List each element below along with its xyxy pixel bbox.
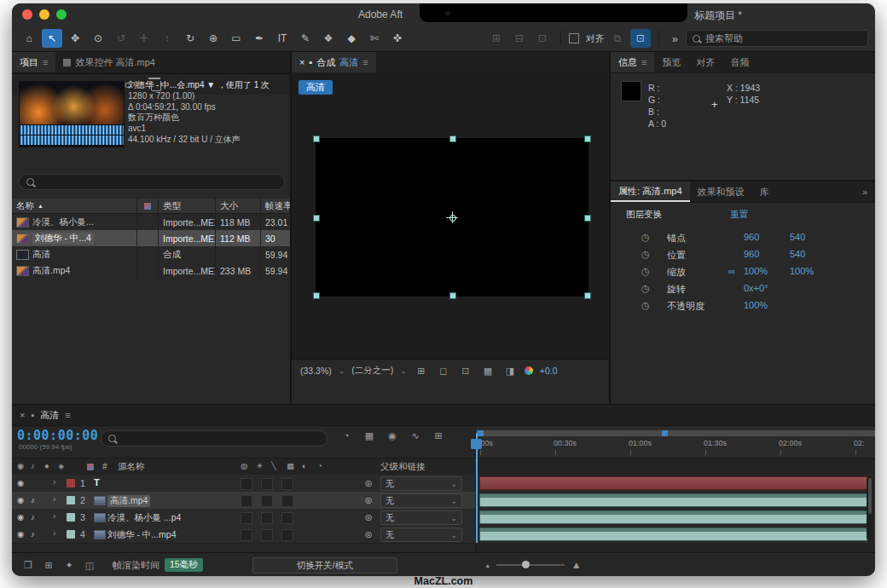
- eye-icon[interactable]: ◉: [17, 478, 24, 487]
- orbit-camera-tool-icon[interactable]: ↺: [111, 29, 131, 48]
- project-search-input[interactable]: [19, 174, 285, 190]
- tab-info[interactable]: 信息 ≡: [611, 52, 654, 72]
- current-time-indicator[interactable]: [476, 433, 478, 543]
- close-tab-icon[interactable]: ×: [299, 57, 304, 67]
- resolution-dropdown[interactable]: (二分之一): [351, 365, 393, 377]
- project-row[interactable]: 高清.mp4 Importe...MEX 233 MB 59.94: [12, 262, 290, 279]
- footage-thumbnail[interactable]: [19, 81, 125, 147]
- composition-marker-icon[interactable]: ❒: [20, 560, 36, 571]
- switch-cell[interactable]: [281, 478, 293, 490]
- column-fps[interactable]: 帧速率: [261, 199, 290, 213]
- layer-track[interactable]: [475, 509, 875, 526]
- panel-menu-icon[interactable]: ≡: [43, 57, 48, 67]
- adaptive-resolution-icon[interactable]: [525, 366, 533, 375]
- zoom-slider[interactable]: [496, 564, 565, 566]
- tab-library[interactable]: 库: [752, 182, 777, 202]
- hand-tool-icon[interactable]: ✥: [65, 29, 85, 48]
- switch-cell[interactable]: [261, 529, 273, 541]
- audio-icon[interactable]: ♪: [31, 529, 35, 539]
- grid-options-icon[interactable]: ⊞: [414, 366, 429, 377]
- brush-tool-icon[interactable]: ✎: [295, 29, 316, 48]
- selection-handle[interactable]: [449, 292, 456, 299]
- toggle-switches-modes-button[interactable]: 切换开关/模式: [252, 557, 397, 574]
- exposure-value[interactable]: +0.0: [540, 366, 558, 376]
- tab-align[interactable]: 对齐: [688, 52, 722, 72]
- tab-properties[interactable]: 属性: 高清.mp4: [611, 182, 690, 202]
- layer-color-tag[interactable]: [67, 479, 75, 487]
- column-type[interactable]: 类型: [159, 199, 216, 213]
- project-row[interactable]: 高清 合成 59.94: [12, 246, 290, 262]
- layer-bar[interactable]: [479, 527, 868, 541]
- playhead-grabber[interactable]: [471, 439, 482, 449]
- column-size[interactable]: 大小: [216, 199, 261, 213]
- tab-preview[interactable]: 预览: [654, 52, 688, 72]
- panel-menu-icon[interactable]: ≡: [362, 57, 368, 67]
- audio-icon[interactable]: ♪: [31, 495, 35, 504]
- layer-color-tag[interactable]: [67, 530, 75, 539]
- timeline-scrollbar[interactable]: [867, 476, 873, 541]
- panel-menu-icon[interactable]: ≡: [65, 410, 70, 420]
- workspace-tool-icon-3[interactable]: ⊡: [532, 29, 553, 48]
- composition-mini-flowchart-icon[interactable]: ◔: [338, 430, 355, 441]
- layer-row[interactable]: ◉ ♪ › 4 刘德华 - 中...mp4 ◎ 无 ⌄: [12, 526, 875, 544]
- selection-handle[interactable]: [449, 135, 456, 142]
- property-row-position[interactable]: ◷ 位置 960 540: [611, 249, 875, 266]
- layer-bar[interactable]: [479, 476, 868, 490]
- minimize-window-button[interactable]: [39, 9, 49, 20]
- pen-tool-icon[interactable]: ✒: [249, 29, 270, 48]
- fullscreen-window-button[interactable]: [56, 9, 67, 20]
- eye-icon[interactable]: ◉: [17, 495, 24, 504]
- timeline-search-input[interactable]: [101, 430, 328, 447]
- switch-cell[interactable]: [261, 478, 273, 490]
- zoom-in-mountain-icon[interactable]: ▲: [571, 559, 582, 571]
- property-row-anchor[interactable]: ◷ 锚点 960 540: [611, 232, 875, 249]
- parent-dropdown[interactable]: 无 ⌄: [380, 527, 462, 542]
- layer-row[interactable]: ◉ › 1 T ◎ 无 ⌄: [12, 475, 875, 493]
- snapping-icon[interactable]: ⊡: [630, 29, 651, 48]
- anchor-point-icon[interactable]: [446, 211, 458, 223]
- expander-icon[interactable]: ›: [53, 476, 56, 487]
- layer-name[interactable]: 冷漠、杨小曼 ...p4: [107, 512, 181, 524]
- workspace-tool-icon-2[interactable]: ⊟: [509, 29, 530, 48]
- pan-behind-tool-icon[interactable]: ⊕: [203, 29, 223, 48]
- toolbar-overflow-button[interactable]: »: [667, 32, 683, 45]
- panel-overflow-button[interactable]: »: [855, 182, 875, 202]
- switch-cell[interactable]: [261, 495, 273, 507]
- property-value[interactable]: 540: [790, 232, 805, 242]
- property-value[interactable]: 540: [790, 249, 805, 259]
- eye-column-icon[interactable]: ◉: [17, 461, 24, 470]
- layer-track[interactable]: [475, 492, 875, 509]
- property-value[interactable]: 0x+0°: [744, 283, 768, 293]
- layer-row-selected[interactable]: ◉ ♪ › 2 高清.mp4 ◎ 无 ⌄: [12, 492, 875, 510]
- close-window-button[interactable]: [22, 9, 32, 20]
- switch-cell[interactable]: [261, 512, 273, 524]
- selection-handle[interactable]: [584, 215, 591, 222]
- puppet-pin-tool-icon[interactable]: ✜: [387, 29, 408, 48]
- audio-icon[interactable]: ♪: [31, 512, 35, 522]
- rotation-tool-icon[interactable]: ↻: [180, 29, 200, 48]
- work-area-start-marker[interactable]: [478, 430, 484, 436]
- switch-cell[interactable]: [241, 478, 252, 490]
- layer-name[interactable]: 刘德华 - 中...mp4: [107, 529, 177, 541]
- layer-bar[interactable]: [479, 493, 868, 507]
- stopwatch-icon[interactable]: ◷: [641, 300, 650, 311]
- tab-effects-presets[interactable]: 效果和预设: [690, 182, 752, 202]
- brainstorm-icon[interactable]: ✦: [61, 560, 77, 571]
- shape-tool-icon[interactable]: ▭: [226, 29, 246, 48]
- project-row-selected[interactable]: 刘德华 - 中...4 Importe...MEX 112 MB 30: [12, 230, 290, 246]
- layer-row[interactable]: ◉ ♪ › 3 冷漠、杨小曼 ...p4 ◎ 无 ⌄: [12, 509, 875, 527]
- panel-menu-icon[interactable]: ≡: [641, 57, 646, 67]
- stopwatch-icon[interactable]: ◷: [641, 283, 650, 294]
- project-row[interactable]: 冷漠、杨小曼... Importe...MEX 118 MB 23.01: [12, 214, 290, 230]
- pick-whip-icon[interactable]: ◎: [365, 478, 372, 487]
- switch-cell[interactable]: [281, 495, 293, 507]
- timeline-tab-label[interactable]: 高清: [40, 409, 59, 422]
- solo-column-icon[interactable]: ●: [44, 461, 49, 470]
- pan-camera-tool-icon[interactable]: ✛: [134, 29, 154, 48]
- stopwatch-icon[interactable]: ◷: [641, 249, 650, 260]
- property-value[interactable]: 960: [744, 232, 759, 242]
- reset-link[interactable]: 重置: [730, 209, 748, 221]
- flowchart-icon[interactable]: ⊞: [41, 560, 56, 571]
- help-search-input[interactable]: 搜索帮助: [686, 30, 868, 47]
- switch-cell[interactable]: [241, 512, 252, 524]
